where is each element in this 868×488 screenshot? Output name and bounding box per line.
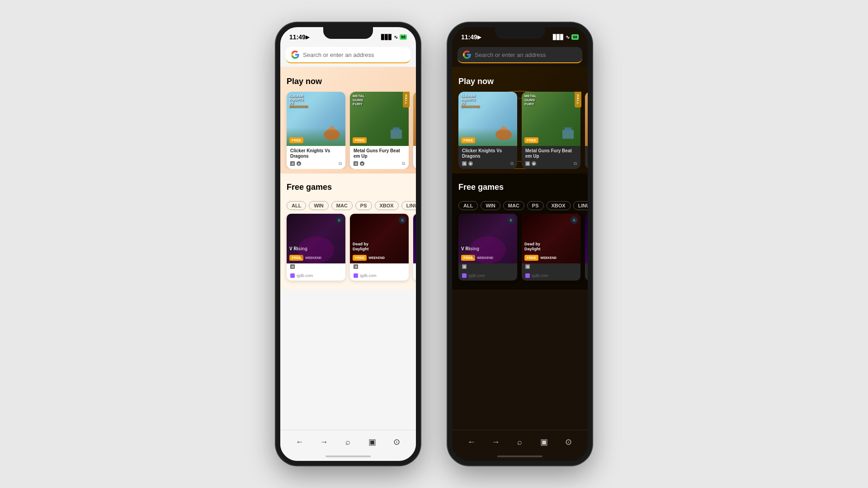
- domain-row-vrising-dark: ⊞: [458, 263, 517, 272]
- menu-btn-light[interactable]: ⊙: [388, 435, 405, 449]
- domain-dbd-dark: igdb.com: [522, 272, 580, 281]
- card-saturn-dark[interactable]: Saturna FREE ⊞ 🍎 igdb.com: [585, 214, 588, 281]
- svg-rect-3: [393, 127, 400, 132]
- domain-row-vrising-light: ⊞: [287, 263, 345, 272]
- back-btn-light[interactable]: ←: [292, 435, 308, 449]
- card-image-dbd-dark: S Dead byDaylight FREE WEEKEND: [522, 214, 580, 263]
- search-btn-light[interactable]: ⌕: [340, 435, 356, 449]
- card-metal-light[interactable]: METALGUNSFURY FREE Metal Guns Fury Beat …: [350, 92, 409, 169]
- card-tank-light[interactable]: TANK BWAR COM FREE Tank Ba War Comma ⊞ ●…: [413, 92, 416, 169]
- home-indicator-light: [280, 452, 416, 461]
- filter-all-dark[interactable]: ALL: [458, 201, 478, 210]
- notch-light: [323, 27, 373, 39]
- card-clicker-light[interactable]: CLICKERKNIGHTSVSDRAGONS FREE Clicker Kni…: [287, 92, 345, 169]
- platforms-clicker-light: ⊞ ●: [290, 161, 301, 166]
- card-label-metal-dark: METALGUNSFURY: [524, 94, 537, 106]
- forward-btn-dark[interactable]: →: [487, 435, 504, 449]
- wifi-icon-light: ∿: [394, 34, 398, 40]
- win-icon-dark1: ⊞: [462, 161, 467, 166]
- location-icon-dark: ▶: [477, 34, 481, 40]
- card-saturn-light[interactable]: Saturna FREE ⊞ 🍎 igdb.com: [413, 214, 416, 281]
- forward-btn-light[interactable]: →: [316, 435, 332, 449]
- external-icon-clicker-dark: ⧉: [510, 161, 514, 166]
- free-games-title-light: Free games: [287, 183, 332, 192]
- igdb-favicon-dbd-dark: [525, 273, 530, 278]
- address-bar-light[interactable]: Search or enter an address: [286, 47, 410, 63]
- card-image-vrising-dark: S V Rising FREE WEEKEND: [458, 214, 517, 263]
- phone-light: 11:49 ▶ ▊▊▊ ∿ 98 Search or enter an addr…: [276, 23, 420, 465]
- card-metal-dark[interactable]: METALGUNSFURY FREE Metal Guns Fury Beat …: [522, 92, 580, 169]
- free-badge-clicker-light: FREE: [289, 137, 303, 143]
- win-icon-light: ⊞: [290, 161, 295, 166]
- title-dbd-light: Dead byDaylight: [353, 242, 369, 252]
- card-vrising-dark[interactable]: S V Rising FREE WEEKEND ⊞: [458, 214, 517, 281]
- card-image-tank-dark: TANK BWAR COM FREE: [585, 92, 588, 146]
- igdb-favicon-vr-light: [290, 273, 295, 278]
- platforms-dbd-dark: ⊞: [525, 264, 530, 269]
- filter-linux-light[interactable]: LINUX: [401, 201, 416, 210]
- filter-ps-dark[interactable]: PS: [527, 201, 544, 210]
- card-clicker-dark[interactable]: CLICKERKNIGHTSVSDRAGONS FREE Clicker Kni…: [458, 92, 517, 169]
- plat-row-clicker-light: ⊞ ● ⧉: [287, 160, 345, 169]
- free-tag-dbd-light: FREE: [353, 255, 367, 261]
- filter-mac-light[interactable]: MAC: [331, 201, 353, 210]
- title-dbd-dark: Dead byDaylight: [524, 242, 541, 252]
- tabs-btn-light[interactable]: ▣: [364, 435, 381, 449]
- card-image-metal-light: METALGUNSFURY FREE: [350, 92, 409, 146]
- domain-row-dbd-dark: ⊞: [522, 263, 580, 272]
- content-light: Play now CLICKERKNIGHTSVSDRAGONS F: [280, 67, 416, 430]
- signal-icon-dark: ▊▊▊: [553, 34, 564, 40]
- filter-xbox-dark[interactable]: XBOX: [547, 201, 571, 210]
- svg-marker-7: [499, 126, 508, 130]
- title-vrising-light: V Rising: [289, 246, 307, 252]
- card-dbd-light[interactable]: S Dead byDaylight FREE WEEKEND ⊞: [350, 214, 409, 281]
- card-dbd-dark[interactable]: S Dead byDaylight FREE WEEKEND ⊞: [522, 214, 580, 281]
- home-indicator-dark: [452, 452, 588, 461]
- robot-svg-light: [386, 125, 406, 142]
- back-btn-dark[interactable]: ←: [463, 435, 480, 449]
- weekend-vrising-light: WEEKEND: [305, 256, 321, 259]
- filter-ps-light[interactable]: PS: [355, 201, 372, 210]
- home-bar-dark: [497, 455, 542, 457]
- card-vrising-light[interactable]: S V Rising FREE WEEKEND ⊞: [287, 214, 345, 281]
- search-icon-dark: ⌕: [517, 437, 522, 447]
- card-title-clicker-light: Clicker Knights Vs Dragons: [287, 146, 345, 160]
- filter-xbox-light[interactable]: XBOX: [375, 201, 399, 210]
- win-icon-dbd-dark: ⊞: [525, 264, 530, 269]
- domain-row-saturn-dark: ⊞ 🍎: [585, 263, 588, 272]
- play-now-section-dark: Play now CLICKERKNIGHTSVSDRAGONS FREE: [452, 67, 588, 174]
- card-label-clicker-dark: CLICKERKNIGHTSVSDRAGONS: [461, 94, 480, 109]
- domain-vrising-dark: igdb.com: [458, 272, 517, 281]
- steam-badge-dbd-light: S: [399, 216, 406, 224]
- win-icon-dark2: ⊞: [525, 161, 530, 166]
- external-icon-metal-dark: ⧉: [574, 161, 577, 166]
- win-icon2-light: ⊞: [354, 161, 358, 166]
- menu-icon-dark: ⊙: [565, 437, 572, 447]
- external-icon-clicker-light: ⧉: [339, 161, 342, 166]
- igdb-favicon-dbd-light: [354, 273, 358, 278]
- address-text-light: Search or enter an address: [303, 52, 405, 58]
- filter-all-light[interactable]: ALL: [287, 201, 306, 210]
- filter-linux-dark[interactable]: LINUX: [573, 201, 588, 210]
- time-light: 11:49: [289, 33, 306, 41]
- search-btn-dark[interactable]: ⌕: [512, 435, 528, 449]
- back-icon-light: ←: [296, 437, 304, 447]
- tabs-btn-dark[interactable]: ▣: [536, 435, 552, 449]
- card-image-clicker-dark: CLICKERKNIGHTSVSDRAGONS FREE: [458, 92, 517, 146]
- location-icon-light: ▶: [306, 34, 309, 40]
- platforms-vrising-light: ⊞: [290, 264, 295, 269]
- play-now-header-light: Play now: [280, 71, 416, 92]
- google-icon-light: [291, 51, 299, 59]
- address-text-dark: Search or enter an address: [475, 52, 577, 58]
- bottom-nav-dark: ← → ⌕ ▣ ⊙: [452, 430, 588, 452]
- svg-point-6: [495, 129, 512, 140]
- platforms-vrising-dark: ⊞: [462, 264, 467, 269]
- card-tank-dark[interactable]: TANK BWAR COM FREE Tank Ba War Comma ⊞ ●…: [585, 92, 588, 169]
- card-image-metal-dark: METALGUNSFURY FREE: [522, 92, 580, 146]
- filter-mac-dark[interactable]: MAC: [503, 201, 524, 210]
- filter-win-dark[interactable]: WIN: [481, 201, 500, 210]
- filter-win-light[interactable]: WIN: [309, 201, 328, 210]
- address-bar-dark[interactable]: Search or enter an address: [458, 47, 582, 63]
- win-icon-dbd-light: ⊞: [354, 264, 358, 269]
- menu-btn-dark[interactable]: ⊙: [560, 435, 576, 449]
